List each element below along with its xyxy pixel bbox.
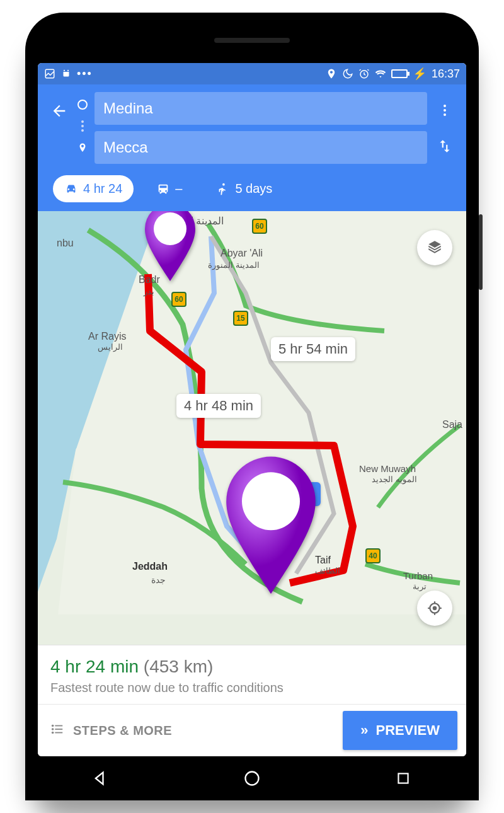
svg-point-5: [444, 109, 446, 112]
svg-point-9: [242, 472, 300, 530]
road-shield-15: 15: [233, 311, 248, 326]
svg-rect-19: [398, 773, 408, 783]
mode-transit-label: –: [175, 182, 182, 196]
my-location-button[interactable]: [417, 591, 452, 626]
mode-walk-chip[interactable]: 5 days: [205, 175, 284, 202]
route-distance: (453 km): [144, 657, 213, 676]
nav-back-button[interactable]: [88, 766, 113, 791]
svg-point-7: [222, 183, 225, 185]
svg-point-4: [444, 105, 446, 107]
route-duration: 4 hr 24 min: [50, 657, 139, 676]
destination-pin-icon: [77, 142, 88, 156]
road-shield-60a: 60: [252, 219, 267, 234]
preview-label: PREVIEW: [376, 722, 440, 739]
moon-icon: [342, 68, 353, 79]
android-statusbar: ••• ⚡ 16:37: [38, 63, 466, 84]
origin-input[interactable]: Medina: [94, 92, 427, 125]
nav-recent-button[interactable]: [391, 766, 416, 791]
back-button[interactable]: [48, 100, 71, 122]
swap-button[interactable]: [433, 135, 456, 158]
overflow-menu-button[interactable]: [433, 99, 456, 122]
preview-button[interactable]: » PREVIEW: [343, 711, 457, 750]
more-notifications-icon: •••: [77, 67, 93, 81]
mode-walk-label: 5 days: [235, 182, 272, 196]
alarm-icon: [358, 68, 370, 79]
charging-icon: ⚡: [413, 67, 427, 81]
svg-point-10: [433, 606, 437, 611]
mode-drive-chip[interactable]: 4 hr 24: [53, 175, 134, 202]
svg-rect-17: [55, 732, 62, 733]
route-detail-card: 4 hr 24 min (453 km) Fastest route now d…: [38, 645, 466, 756]
svg-rect-0: [45, 69, 54, 78]
destination-input[interactable]: Mecca: [94, 131, 427, 164]
svg-point-12: [52, 724, 54, 727]
route-waypoints-icon: [77, 92, 88, 164]
road-shield-60b: 60: [171, 292, 186, 307]
svg-point-14: [52, 731, 54, 734]
nav-home-button[interactable]: [239, 766, 265, 791]
svg-point-2: [67, 70, 69, 71]
battery-icon: [391, 69, 408, 78]
road-shield-40: 40: [365, 548, 381, 563]
wifi-icon: [375, 68, 386, 79]
steps-and-more-button[interactable]: STEPS & MORE: [38, 705, 343, 756]
svg-rect-16: [55, 729, 62, 730]
svg-point-6: [444, 113, 446, 116]
map-area[interactable]: المدينة المنورة Abyar 'Ali المدينة المنو…: [38, 211, 466, 645]
origin-circle-icon: [77, 100, 88, 110]
clock-text: 16:37: [432, 67, 460, 81]
location-icon: [326, 68, 337, 79]
android-icon: [60, 68, 72, 79]
alt-route-tooltip-1[interactable]: 5 hr 54 min: [271, 337, 355, 361]
mode-transit-chip[interactable]: –: [145, 175, 193, 202]
custom-pin-destination: [214, 454, 328, 602]
layers-button[interactable]: [417, 230, 452, 265]
custom-pin-origin: [139, 211, 202, 287]
svg-point-18: [246, 772, 259, 785]
alt-route-tooltip-2[interactable]: 4 hr 48 min: [176, 394, 261, 418]
directions-header: Medina Mecca 4 hr 24: [38, 84, 466, 211]
android-navbar: [25, 756, 479, 800]
svg-point-1: [64, 70, 65, 71]
steps-label: STEPS & MORE: [73, 724, 172, 738]
chevrons-icon: »: [360, 722, 368, 739]
route-note: Fastest route now due to traffic conditi…: [50, 681, 454, 695]
svg-rect-15: [55, 725, 62, 726]
image-icon: [44, 68, 55, 79]
route-summary: 4 hr 24 min (453 km): [50, 657, 454, 677]
mode-drive-label: 4 hr 24: [83, 182, 122, 196]
list-icon: [50, 722, 64, 739]
svg-point-13: [52, 728, 54, 730]
svg-point-8: [154, 212, 186, 245]
